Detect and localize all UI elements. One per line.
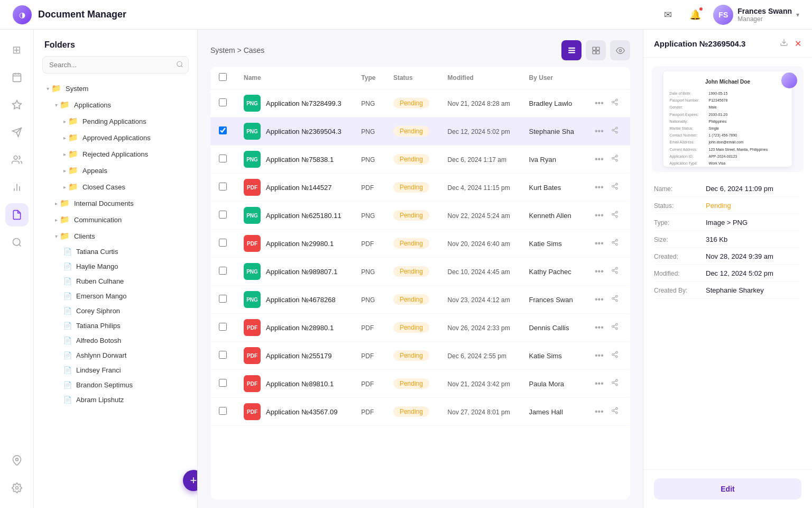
file-icon: 📄 bbox=[63, 366, 72, 374]
sidebar-item-client[interactable]: 📄 Alfredo Botosh bbox=[38, 333, 193, 348]
share-button[interactable] bbox=[609, 208, 621, 222]
sidebar-item-client[interactable]: 📄 Emerson Mango bbox=[38, 289, 193, 303]
share-button[interactable] bbox=[609, 293, 621, 306]
table-row[interactable]: PDF Application №29980.1 PDF Pending Nov… bbox=[210, 230, 630, 258]
sidebar-item-applications[interactable]: ▾ 📁 Applications bbox=[38, 97, 193, 113]
share-button[interactable] bbox=[609, 377, 621, 391]
client-name: Tatiana Philips bbox=[76, 322, 121, 330]
share-button[interactable] bbox=[609, 265, 621, 278]
more-options-button[interactable]: ••• bbox=[593, 208, 606, 222]
svg-point-40 bbox=[616, 183, 618, 185]
more-options-button[interactable]: ••• bbox=[593, 293, 606, 306]
row-checkbox[interactable] bbox=[219, 267, 227, 275]
nav-calendar[interactable] bbox=[5, 66, 29, 89]
more-options-button[interactable]: ••• bbox=[593, 377, 606, 391]
sidebar-item-rejected-applications[interactable]: ▸ 📁 Rejected Applications bbox=[38, 146, 193, 162]
sidebar-item-appeals[interactable]: ▸ 📁 Appeals bbox=[38, 162, 193, 178]
nav-documents[interactable] bbox=[5, 203, 29, 226]
sidebar-item-client[interactable]: 📄 Lindsey Franci bbox=[38, 363, 193, 377]
svg-line-12 bbox=[19, 244, 21, 247]
sidebar-item-client[interactable]: 📄 Brandon Septimus bbox=[38, 378, 193, 392]
share-button[interactable] bbox=[609, 237, 621, 250]
table-row[interactable]: PDF Application №255179 PDF Pending Dec … bbox=[210, 342, 630, 370]
table-row[interactable]: PNG Application №989807.1 PNG Pending De… bbox=[210, 258, 630, 286]
nav-grid[interactable]: ⊞ bbox=[5, 38, 29, 61]
user-menu[interactable]: FS Frances Swann Manager ▾ bbox=[713, 5, 799, 25]
row-checkbox[interactable] bbox=[219, 126, 227, 134]
svg-line-29 bbox=[614, 101, 616, 102]
row-checkbox[interactable] bbox=[219, 351, 227, 359]
sidebar-item-closed-cases[interactable]: ▸ 📁 Closed Cases bbox=[38, 179, 193, 195]
sidebar-item-clients[interactable]: ▾ 📁 Clients bbox=[38, 228, 193, 244]
nav-settings[interactable] bbox=[5, 476, 29, 500]
more-options-button[interactable]: ••• bbox=[593, 321, 606, 334]
row-checkbox[interactable] bbox=[219, 407, 227, 415]
row-checkbox[interactable] bbox=[219, 155, 227, 162]
view-list-button[interactable] bbox=[561, 40, 582, 60]
table-row[interactable]: PDF Application №43567.09 PDF Pending No… bbox=[210, 398, 630, 426]
mail-button[interactable]: ✉ bbox=[658, 5, 677, 24]
edit-button[interactable]: Edit bbox=[654, 478, 801, 500]
modified-date: Dec 6, 2024 1:17 am bbox=[448, 156, 506, 164]
share-button[interactable] bbox=[609, 124, 621, 138]
nav-send[interactable] bbox=[5, 121, 29, 144]
sidebar-item-pending-applications[interactable]: ▸ 📁 Pending Applications bbox=[38, 113, 193, 129]
sidebar-item-internal-documents[interactable]: ▸ 📁 Internal Documents bbox=[38, 195, 193, 211]
share-button[interactable] bbox=[609, 180, 621, 194]
row-checkbox[interactable] bbox=[219, 323, 227, 331]
more-options-button[interactable]: ••• bbox=[593, 405, 606, 419]
chevron-right-icon: ▸ bbox=[55, 201, 58, 206]
more-options-button[interactable]: ••• bbox=[593, 265, 606, 278]
sidebar-item-client[interactable]: 📄 Ruben Culhane bbox=[38, 274, 193, 288]
sidebar-item-client[interactable]: 📄 Corey Siphron bbox=[38, 304, 193, 318]
row-checkbox[interactable] bbox=[219, 379, 227, 387]
nav-location[interactable] bbox=[5, 449, 29, 472]
table-row[interactable]: PNG Application №75838.1 PNG Pending Dec… bbox=[210, 146, 630, 174]
close-button[interactable]: ✕ bbox=[795, 38, 801, 49]
row-checkbox[interactable] bbox=[219, 295, 227, 303]
row-checkbox[interactable] bbox=[219, 98, 227, 106]
table-row[interactable]: PDF Application №28980.1 PDF Pending Nov… bbox=[210, 314, 630, 342]
view-grid-button[interactable] bbox=[586, 40, 606, 60]
table-row[interactable]: PNG Application №625180.11 PNG Pending N… bbox=[210, 202, 630, 230]
row-checkbox[interactable] bbox=[219, 183, 227, 190]
row-checkbox[interactable] bbox=[219, 239, 227, 247]
sidebar-item-client[interactable]: 📄 Abram Lipshutz bbox=[38, 393, 193, 407]
svg-line-79 bbox=[614, 381, 616, 382]
sidebar-item-communication[interactable]: ▸ 📁 Communication bbox=[38, 212, 193, 228]
table-row[interactable]: PNG Application №7328499.3 PNG Pending N… bbox=[210, 89, 630, 117]
nav-analytics[interactable] bbox=[5, 176, 29, 199]
more-options-button[interactable]: ••• bbox=[593, 124, 606, 138]
more-options-button[interactable]: ••• bbox=[593, 96, 606, 110]
table-row[interactable]: PNG Application №2369504.3 PNG Pending D… bbox=[210, 117, 630, 146]
more-options-button[interactable]: ••• bbox=[593, 152, 606, 166]
more-options-button[interactable]: ••• bbox=[593, 349, 606, 362]
nav-favorites[interactable] bbox=[5, 93, 29, 116]
table-row[interactable]: PNG Application №4678268 PNG Pending Nov… bbox=[210, 286, 630, 314]
sidebar-item-system[interactable]: ▾ 📁 System bbox=[38, 80, 193, 96]
sidebar-item-client[interactable]: 📄 Haylie Mango bbox=[38, 259, 193, 274]
select-all-checkbox[interactable] bbox=[219, 73, 227, 81]
notifications-button[interactable]: 🔔 bbox=[686, 5, 705, 24]
table-row[interactable]: PDF Application №144527 PDF Pending Dec … bbox=[210, 174, 630, 202]
nav-search[interactable] bbox=[5, 231, 29, 254]
share-button[interactable] bbox=[609, 405, 621, 419]
sidebar-item-client[interactable]: 📄 Tatiana Curtis bbox=[38, 244, 193, 259]
more-options-button[interactable]: ••• bbox=[593, 180, 606, 194]
share-button[interactable] bbox=[609, 152, 621, 166]
row-actions: ••• bbox=[593, 265, 622, 278]
sidebar-item-approved-applications[interactable]: ▸ 📁 Approved Applications bbox=[38, 130, 193, 146]
more-options-button[interactable]: ••• bbox=[593, 237, 606, 250]
nav-users[interactable] bbox=[5, 148, 29, 171]
sidebar-item-client[interactable]: 📄 Ashlynn Dorwart bbox=[38, 348, 193, 362]
download-button[interactable] bbox=[780, 38, 788, 49]
row-checkbox[interactable] bbox=[219, 211, 227, 219]
share-button[interactable] bbox=[609, 349, 621, 362]
file-name: Application №89810.1 bbox=[266, 380, 334, 388]
share-button[interactable] bbox=[609, 96, 621, 110]
table-row[interactable]: PDF Application №89810.1 PDF Pending Nov… bbox=[210, 370, 630, 398]
view-preview-button[interactable] bbox=[610, 40, 630, 60]
share-button[interactable] bbox=[609, 321, 621, 334]
sidebar-item-client[interactable]: 📄 Tatiana Philips bbox=[38, 319, 193, 333]
search-input[interactable] bbox=[42, 56, 189, 74]
